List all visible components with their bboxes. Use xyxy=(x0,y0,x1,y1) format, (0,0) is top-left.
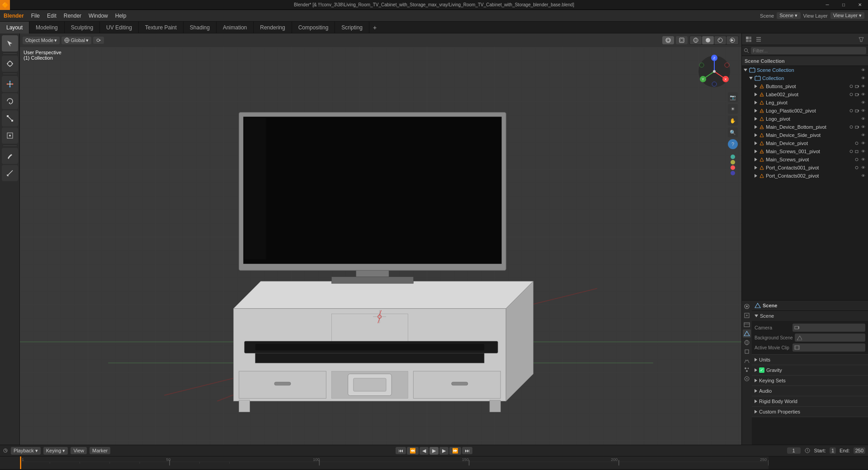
item-vis-btn-8[interactable]: 👁 xyxy=(860,140,866,146)
workspace-tab-sculpting[interactable]: Sculpting xyxy=(65,22,100,33)
item-link-icon-10[interactable] xyxy=(854,157,859,162)
rendered-shading-button[interactable] xyxy=(726,36,738,44)
item-link-icon-8[interactable] xyxy=(854,141,859,146)
outliner-icon-view[interactable] xyxy=(744,34,754,44)
item-vis-btn-7[interactable]: 👁 xyxy=(860,132,866,138)
item-link-icon-4[interactable] xyxy=(849,108,854,113)
prev-frame-button[interactable]: ◀ xyxy=(420,447,429,455)
camera-value[interactable] xyxy=(793,324,865,332)
item-camera-icon-6[interactable] xyxy=(854,125,859,129)
props-tab-scene[interactable] xyxy=(743,329,751,338)
viewport-hand-button[interactable]: ✋ xyxy=(728,116,738,126)
workspace-tab-layout[interactable]: Layout xyxy=(0,22,29,33)
outliner-item-main-device-side[interactable]: Main_Device_Side_pivot 👁 xyxy=(742,131,868,139)
solid-shading-button[interactable] xyxy=(702,36,714,44)
scale-tool-button[interactable] xyxy=(2,110,18,127)
background-scene-value[interactable] xyxy=(795,334,865,342)
cursor-tool-button[interactable] xyxy=(2,56,18,72)
jump-start-button[interactable]: ⏮ xyxy=(396,447,406,454)
next-keyframe-button[interactable]: ⏩ xyxy=(449,447,461,455)
workspace-tab-shading[interactable]: Shading xyxy=(184,22,217,33)
gravity-section-header[interactable]: ✓ Gravity xyxy=(752,365,868,375)
transform-tool-button[interactable] xyxy=(2,127,18,144)
collection-vis-btn[interactable]: 👁 xyxy=(860,75,866,81)
workspace-tab-scripting[interactable]: Scripting xyxy=(335,22,369,33)
viewport-global-button[interactable]: Global ▾ xyxy=(61,37,91,44)
units-section-header[interactable]: Units xyxy=(752,355,868,365)
item-camera-icon-2[interactable] xyxy=(854,92,859,97)
item-vis-btn-5[interactable]: 👁 xyxy=(860,116,866,122)
viewport-xray-button[interactable] xyxy=(676,36,688,44)
play-button[interactable]: ▶ xyxy=(429,447,439,455)
annotate-tool-button[interactable] xyxy=(2,148,18,164)
props-tab-output[interactable] xyxy=(743,311,751,320)
workspace-tab-rendering[interactable]: Rendering xyxy=(254,22,292,33)
props-tab-physics[interactable] xyxy=(743,375,751,383)
viewport-search-button[interactable]: 🔍 xyxy=(728,127,738,137)
outliner-item-buttons-pivot[interactable]: Buttons_pivot 👁 xyxy=(742,82,868,90)
item-camera-icon[interactable] xyxy=(854,84,859,89)
audio-section-header[interactable]: Audio xyxy=(752,386,868,396)
menu-help[interactable]: Help xyxy=(112,10,130,22)
timeline-frames[interactable]: 1 50 100 150 200 250 xyxy=(20,456,769,469)
prev-keyframe-button[interactable]: ⏪ xyxy=(407,447,419,455)
item-link-icon-6[interactable] xyxy=(849,125,854,129)
end-frame-field[interactable]: 250 xyxy=(854,447,865,454)
outliner-item-scene-collection[interactable]: Scene Collection 👁 xyxy=(742,66,868,74)
item-vis-btn-6[interactable]: 👁 xyxy=(860,124,866,130)
viewport-help-button[interactable]: ? xyxy=(728,139,738,149)
custom-props-header[interactable]: Custom Properties xyxy=(752,407,868,417)
outliner-search-input[interactable] xyxy=(751,47,866,54)
outliner-item-main-screws[interactable]: Main_Screws_pivot 👁 xyxy=(742,155,868,164)
navigation-gizmo[interactable]: Z X Y xyxy=(696,53,732,89)
active-movie-clip-value[interactable] xyxy=(793,343,865,352)
props-tab-world[interactable] xyxy=(743,338,751,347)
start-frame-field[interactable]: 1 xyxy=(830,447,836,454)
item-vis-btn[interactable]: 👁 xyxy=(860,83,866,89)
viewlayer-selector[interactable]: View Layer ▾ xyxy=(830,12,864,19)
outliner-icon-properties[interactable] xyxy=(754,34,764,44)
menu-window[interactable]: Window xyxy=(85,10,112,22)
gravity-checkbox[interactable]: ✓ xyxy=(759,367,764,373)
workspace-tab-compositing[interactable]: Compositing xyxy=(292,22,335,33)
workspace-tab-uv-editing[interactable]: UV Editing xyxy=(100,22,139,33)
props-tab-render[interactable] xyxy=(743,302,751,310)
outliner-item-labe002-pivot[interactable]: Labe002_pivot 👁 xyxy=(742,90,868,99)
item-camera-icon-4[interactable] xyxy=(854,108,859,113)
props-tab-view-layer[interactable] xyxy=(743,320,751,329)
scene-selector[interactable]: Scene ▾ xyxy=(777,12,800,19)
item-link-icon-2[interactable] xyxy=(849,92,854,97)
outliner-item-leg-pivot[interactable]: Leg_pivot 👁 xyxy=(742,99,868,107)
menu-file[interactable]: File xyxy=(28,10,43,22)
outliner-item-main-screws-001[interactable]: Main_Screws_001_pivot 👁 xyxy=(742,147,868,155)
item-vis-btn-4[interactable]: 👁 xyxy=(860,108,866,114)
item-link-icon[interactable] xyxy=(849,84,854,89)
item-vis-btn-2[interactable]: 👁 xyxy=(860,91,866,98)
menu-render[interactable]: Render xyxy=(60,10,85,22)
keying-sets-header[interactable]: Keying Sets xyxy=(752,376,868,385)
jump-end-button[interactable]: ⏭ xyxy=(462,447,472,454)
props-tab-particles[interactable] xyxy=(743,366,751,374)
outliner-item-port-contacts-002[interactable]: Port_Contacts002_pivot 👁 xyxy=(742,172,868,180)
maximize-button[interactable]: □ xyxy=(835,0,852,10)
playback-menu-button[interactable]: Playback ▾ xyxy=(11,447,41,455)
move-tool-button[interactable] xyxy=(2,76,18,92)
material-shading-button[interactable] xyxy=(714,36,726,44)
workspace-tab-texture-paint[interactable]: Texture Paint xyxy=(139,22,184,33)
menu-edit[interactable]: Edit xyxy=(43,10,60,22)
scene-section-header[interactable]: Scene xyxy=(752,311,868,321)
item-link-icon-11[interactable] xyxy=(854,165,859,170)
viewport-sun-button[interactable]: ☀ xyxy=(728,104,738,114)
measure-tool-button[interactable] xyxy=(2,165,18,181)
keying-menu-button[interactable]: Keying ▾ xyxy=(43,447,68,455)
workspace-tab-modeling[interactable]: Modeling xyxy=(29,22,65,33)
viewport-camera-button[interactable]: 📷 xyxy=(728,92,738,102)
object-mode-button[interactable]: Object Mode ▾ xyxy=(23,37,60,44)
item-link-icon-9[interactable] xyxy=(849,149,854,154)
props-tab-object[interactable] xyxy=(743,348,751,356)
outliner-item-collection[interactable]: Collection 👁 xyxy=(742,74,868,82)
outliner-item-main-device-bottom[interactable]: Main_Device_Bottom_pivot 👁 xyxy=(742,123,868,131)
select-tool-button[interactable] xyxy=(2,35,18,52)
outliner-item-logo-pivot[interactable]: Logo_pivot 👁 xyxy=(742,115,868,123)
workspace-tab-animation[interactable]: Animation xyxy=(217,22,254,33)
